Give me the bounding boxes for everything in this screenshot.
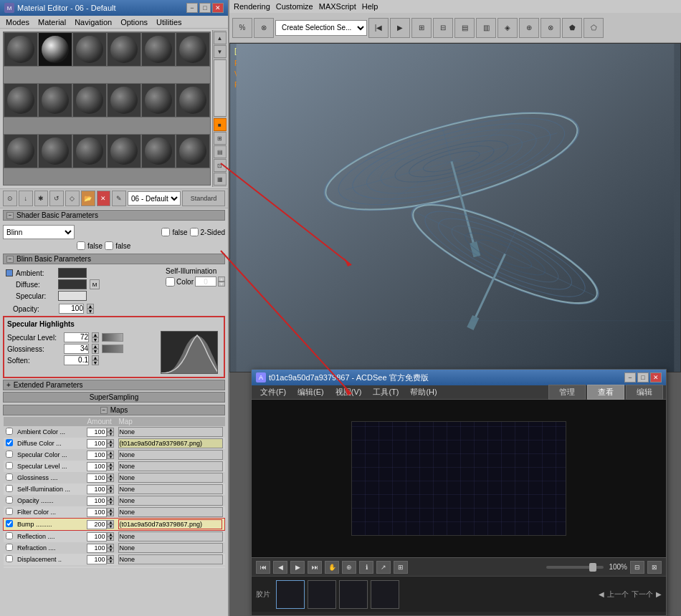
map-amount-1[interactable]: 100 [87, 439, 107, 448]
specular-color-swatch[interactable] [58, 291, 87, 301]
sphere-11[interactable] [141, 83, 176, 117]
nav-compare-button[interactable]: ⊞ [394, 561, 408, 574]
zoom-expand-button[interactable]: ⊟ [630, 561, 644, 574]
glossiness-down[interactable]: ▼ [92, 349, 99, 354]
acdsee-image-content[interactable] [252, 400, 666, 557]
filmstrip-thumb-3[interactable] [339, 580, 368, 609]
ambient-color-swatch[interactable] [58, 268, 87, 278]
sphere-10[interactable] [107, 83, 141, 117]
acdsee-menu-view[interactable]: 视图(V) [330, 385, 368, 399]
percent-icon[interactable]: % [232, 18, 252, 38]
map-slot-0[interactable]: None [118, 427, 222, 437]
menu-help[interactable]: Help [362, 2, 378, 11]
nav-first-button[interactable]: ⏮ [256, 561, 270, 574]
sphere-2[interactable] [38, 32, 72, 67]
acdsee-tab-edit[interactable]: 编辑 [626, 385, 663, 400]
sphere-9[interactable] [72, 83, 107, 117]
nav-last-button[interactable]: ⏭ [308, 561, 322, 574]
filmstrip-next[interactable]: 下一个 [632, 589, 653, 600]
map-amount-7[interactable]: 100 [87, 508, 107, 517]
map-slot-1[interactable]: (t01ac9a50d7a9379867.png) [118, 438, 222, 448]
spec-level-down[interactable]: ▼ [92, 337, 99, 342]
opacity-spin-down[interactable]: ▼ [87, 309, 94, 314]
toolbar-btn-8[interactable]: ⊕ [519, 18, 539, 38]
sphere-8[interactable] [38, 83, 72, 117]
delete-button[interactable]: ✕ [97, 191, 111, 206]
map-slot-8[interactable]: (t01ac9a50d7a9379867.png) [118, 519, 222, 529]
toolbar-btn-7[interactable]: ◈ [497, 18, 518, 38]
toolbar-btn-3[interactable]: ⊞ [411, 18, 432, 38]
toolbar-btn-4[interactable]: ⊟ [433, 18, 453, 38]
map-amount-9[interactable]: 100 [87, 532, 107, 542]
opacity-spin-up[interactable]: ▲ [87, 304, 94, 309]
mat-maximize-button[interactable]: □ [199, 3, 211, 13]
selection-type-select[interactable]: Create Selection Se... [275, 20, 367, 36]
filmstrip-prev[interactable]: 上一个 [607, 589, 629, 600]
map-slot-5[interactable]: None [118, 484, 222, 494]
self-illum-color-checkbox[interactable] [166, 277, 175, 287]
map-slot-10[interactable]: None [118, 543, 222, 553]
map-slot-6[interactable]: None [118, 496, 222, 506]
map-checkbox-4[interactable] [6, 473, 13, 481]
map-amount-11[interactable]: 100 [87, 555, 107, 564]
standard-type-button[interactable]: Standard [182, 191, 225, 206]
get-material-button[interactable]: ⊙ [3, 191, 17, 206]
shader-collapse-button[interactable]: − [6, 212, 14, 219]
nav-share-button[interactable]: ↗ [376, 561, 391, 574]
glossiness-slider[interactable] [102, 345, 123, 353]
options-icon[interactable]: ⊞ [214, 132, 227, 145]
map-amount-4[interactable]: 100 [87, 473, 107, 483]
map-checkbox-2[interactable] [6, 451, 13, 458]
map-checkbox-0[interactable] [6, 428, 13, 435]
soften-up[interactable]: ▲ [92, 355, 99, 360]
toolbar-btn-11[interactable]: ⬠ [584, 18, 604, 38]
nav-prev-button[interactable]: ◀ [273, 561, 287, 574]
mat-menu-material[interactable]: Material [34, 18, 70, 27]
faceted-checkbox[interactable] [105, 241, 113, 250]
sphere-3[interactable] [72, 32, 107, 67]
map-amount-6[interactable]: 100 [87, 496, 107, 506]
maps-collapse-button[interactable]: − [100, 407, 108, 414]
bg-icon[interactable]: ▦ [214, 173, 227, 186]
sphere-4[interactable] [107, 32, 141, 67]
spec-level-up[interactable]: ▲ [92, 332, 99, 337]
diffuse-map-button[interactable]: M [90, 279, 100, 289]
zoom-slider[interactable] [546, 566, 604, 569]
mat-menu-modes[interactable]: Modes [1, 18, 34, 27]
map-amount-8[interactable]: 200 [87, 520, 107, 529]
acdsee-tab-view[interactable]: 查看 [587, 385, 624, 400]
nav-zoomin-button[interactable]: ⊕ [342, 561, 356, 574]
sphere-15[interactable] [72, 134, 107, 168]
sphere-1[interactable] [4, 32, 38, 67]
color-swatch-icon[interactable]: ■ [214, 118, 227, 131]
filmstrip-thumb-2[interactable] [308, 580, 336, 609]
map-amount-3[interactable]: 100 [87, 462, 107, 471]
map-checkbox-7[interactable] [6, 508, 13, 515]
toolbar-btn-2[interactable]: ▶ [390, 18, 410, 38]
nav-next-button[interactable]: ▶ [290, 561, 305, 574]
map-amount-5[interactable]: 100 [87, 485, 107, 494]
map-checkbox-11[interactable] [6, 555, 13, 562]
acdsee-maximize-button[interactable]: □ [637, 372, 649, 382]
acdsee-menu-help[interactable]: 帮助(H) [404, 385, 442, 399]
map-checkbox-8[interactable] [6, 520, 13, 527]
pick-material-button[interactable]: ✎ [112, 191, 126, 206]
menu-maxscript[interactable]: MAXScript [319, 2, 356, 11]
ambient-lock-icon[interactable] [6, 269, 13, 276]
mat-menu-navigation[interactable]: Navigation [70, 18, 116, 27]
supersampling-row[interactable]: SuperSampling [3, 392, 225, 403]
map-checkbox-10[interactable] [6, 544, 13, 551]
scroll-down-icon[interactable]: ▼ [214, 45, 227, 58]
map-slot-3[interactable]: None [118, 461, 222, 471]
extended-params-row[interactable]: + Extended Parameters [3, 380, 225, 390]
make-unique-button[interactable]: ◇ [65, 191, 80, 206]
nav-info-button[interactable]: ℹ [359, 561, 373, 574]
sphere-13[interactable] [4, 134, 38, 168]
blinn-collapse-button[interactable]: − [6, 256, 14, 263]
facemap-checkbox[interactable] [77, 241, 85, 250]
put-to-scene-button[interactable]: ↓ [19, 191, 33, 206]
map-checkbox-3[interactable] [6, 462, 13, 469]
glossiness-up[interactable]: ▲ [92, 344, 99, 349]
reset-map-button[interactable]: ↺ [49, 191, 64, 206]
sphere-7[interactable] [4, 83, 38, 117]
